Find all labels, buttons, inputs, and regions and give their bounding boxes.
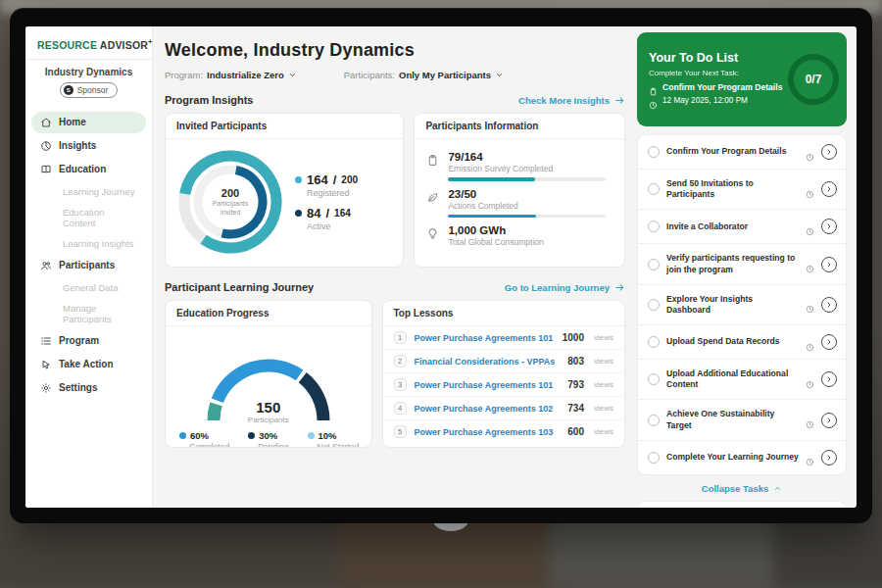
todo-due-date: 12 May 2025, 12:00 PM [662,96,748,105]
link-label: Check More Insights [518,95,610,106]
task-open-button[interactable] [821,413,837,428]
sidebar-item-settings[interactable]: Settings [31,377,146,399]
filter-label: Program: [165,70,203,80]
todo-progress-ring: 0/7 [788,54,839,105]
chevron-right-icon [825,416,833,424]
education-icon [40,164,52,175]
sidebar-item-education[interactable]: Education [31,159,146,180]
sidebar-item-manage-participants[interactable]: Manage Participants [31,299,146,328]
lesson-link[interactable]: Power Purchase Agreements 103 [415,427,561,437]
task-checkbox[interactable] [648,299,660,311]
insights-cards-row: Invited Participants 200 Participants In… [165,113,625,268]
gauge-center-label: Participants [185,416,352,424]
lesson-views: 1000 [563,332,584,343]
legend-label: Not Started [318,442,360,448]
task-row[interactable]: Invite a Collaborator [638,210,846,244]
task-checkbox[interactable] [648,373,660,385]
task-open-button[interactable] [821,334,837,350]
chevron-down-icon [288,71,297,79]
collapse-tasks-link[interactable]: Collapse Tasks [637,475,847,501]
sidebar-item-participants[interactable]: Participants [31,255,146,276]
sidebar-item-label: Settings [59,382,97,393]
task-row[interactable]: Send 50 Invitations to Participants [638,170,846,210]
sidebar-item-learning-insights[interactable]: Learning Insights [31,234,146,253]
lesson-row: 2 Financial Considerations - VPPAs 803 v… [383,350,625,373]
recent-news-card: Recent News [637,501,847,508]
filter-dropdown[interactable]: Participants: Only My Participants [344,70,504,80]
task-row[interactable]: Verify participants requesting to join t… [638,244,846,284]
task-checkbox[interactable] [648,183,660,195]
sidebar-item-insights[interactable]: Insights [31,135,146,157]
sidebar-item-label: Education [59,164,106,174]
legend-label: Registered [307,188,358,198]
task-checkbox[interactable] [648,220,660,232]
donut-center-value: 200 [221,187,239,199]
task-row[interactable]: Upload Spend Data Records [638,325,846,360]
progress-bar [448,215,606,219]
go-to-learning-journey-link[interactable]: Go to Learning Journey [505,282,625,293]
task-checkbox[interactable] [648,415,660,426]
task-label: Upload Additional Educational Content [666,368,799,390]
clock-icon [806,222,814,231]
lesson-link[interactable]: Financial Considerations - VPPAs [415,357,561,367]
task-open-button[interactable] [821,450,837,466]
sidebar-item-education-content[interactable]: Education Content [31,203,146,232]
sidebar-item-label: Education Content [63,207,137,228]
clock-icon [806,416,814,424]
lesson-link[interactable]: Power Purchase Agreements 101 [415,380,561,390]
card-title: Top Lessons [383,301,625,326]
link-label: Go to Learning Journey [505,282,610,293]
task-row[interactable]: Confirm Your Program Details [638,135,846,170]
todo-task-list: Confirm Your Program Details Send 50 Inv… [637,134,847,475]
lesson-views: 734 [567,403,584,414]
info-row: 1,000 GWh Total Global Consumption [426,224,612,247]
info-label: Emission Survey Completed [448,164,612,173]
sidebar-item-learning-journey[interactable]: Learning Journey [31,182,146,201]
lesson-views: 803 [567,356,584,367]
actions-icon [426,190,439,203]
info-label: Total Global Consumption [448,237,612,247]
task-row[interactable]: Achieve One Sustainability Target [638,400,846,440]
task-row[interactable]: Complete Your Learning Journey [638,441,846,474]
clock-icon [806,185,814,194]
task-open-button[interactable] [821,297,837,313]
task-open-button[interactable] [821,257,837,272]
lesson-link[interactable]: Power Purchase Agreements 102 [415,404,561,414]
task-open-button[interactable] [821,181,837,197]
take-action-icon [40,359,52,370]
task-checkbox[interactable] [648,259,660,270]
task-open-button[interactable] [821,144,837,160]
invited-donut-chart: 200 Participants Invited [175,147,285,257]
sponsor-badge[interactable]: S Sponsor [60,82,119,98]
lesson-link[interactable]: Power Purchase Agreements 101 [415,333,555,343]
legend-item: 60% Completed [179,430,229,448]
learning-cards-row: Education Progress 150 Participants [165,300,625,448]
legend-dot [308,432,315,439]
clock-icon [806,375,814,384]
task-label: Upload Spend Data Records [666,336,799,347]
participants-icon [40,260,52,271]
main-content: Welcome, Industry Dynamics Program: Indu… [153,26,637,508]
gauge-legend: 60% Completed 30% Pending [166,428,371,448]
task-checkbox[interactable] [648,336,660,348]
task-open-button[interactable] [821,219,837,234]
invited-participants-card: Invited Participants 200 Participants In… [165,113,404,268]
section-title: Participant Learning Journey [165,281,314,293]
sidebar-item-label: Home [59,117,86,127]
legend-dot [179,432,186,439]
filters-row: Program: Industrialize Zero Participants… [165,70,625,80]
sidebar-item-label: Manage Participants [63,303,137,324]
task-checkbox[interactable] [648,452,660,464]
sidebar: RESOURCE ADVISOR+ Industry Dynamics S Sp… [25,26,153,508]
sidebar-item-home[interactable]: Home [31,112,146,133]
task-row[interactable]: Upload Additional Educational Content [638,360,846,400]
check-more-insights-link[interactable]: Check More Insights [518,95,625,106]
sidebar-item-general-data[interactable]: General Data [31,278,146,297]
task-open-button[interactable] [821,371,837,387]
task-checkbox[interactable] [648,146,660,158]
filter-dropdown[interactable]: Program: Industrialize Zero [165,70,297,80]
sidebar-item-take-action[interactable]: Take Action [31,354,146,375]
task-row[interactable]: Explore Your Insights Dashboard [638,285,846,325]
chevron-right-icon [825,454,833,462]
sidebar-item-program[interactable]: Program [31,330,146,352]
